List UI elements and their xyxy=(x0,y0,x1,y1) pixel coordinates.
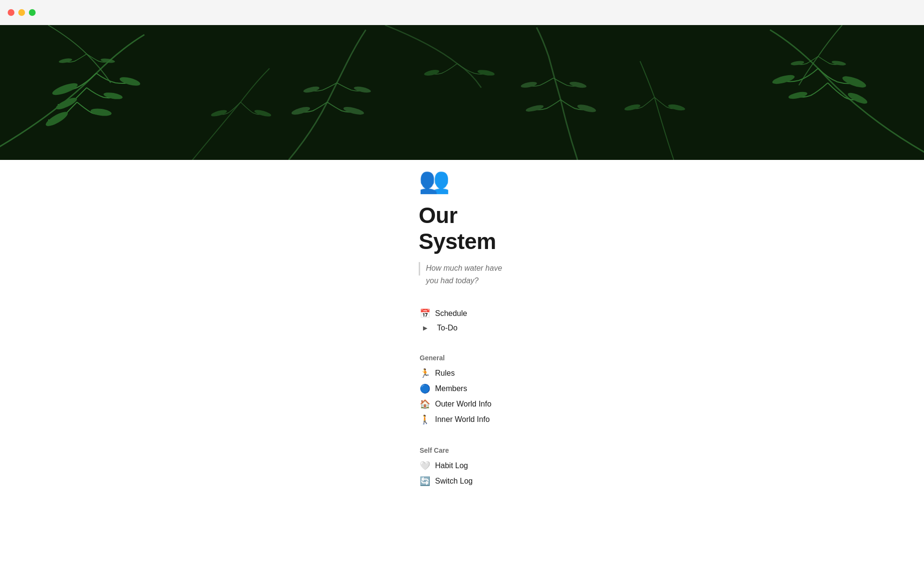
page-icon: 👥 xyxy=(419,166,450,194)
close-button[interactable] xyxy=(8,9,14,16)
calendar-icon: 📅 xyxy=(420,308,430,319)
selfcare-section: Self Care 🤍 Habit Log 🔄 Switch Log xyxy=(419,447,505,489)
maximize-button[interactable] xyxy=(29,9,36,16)
inner-world-info-label: Inner World Info xyxy=(435,415,490,424)
svg-rect-0 xyxy=(0,25,924,160)
schedule-label: Schedule xyxy=(435,309,467,318)
rules-label: Rules xyxy=(435,369,455,378)
members-icon: 🔵 xyxy=(420,383,430,394)
todo-item[interactable]: ▶ To-Do xyxy=(419,321,505,335)
rules-item[interactable]: 🏃 Rules xyxy=(419,366,505,381)
habit-log-item[interactable]: 🤍 Habit Log xyxy=(419,458,505,473)
members-item[interactable]: 🔵 Members xyxy=(419,381,505,396)
heart-icon: 🤍 xyxy=(420,460,430,471)
inner-world-icon: 🚶 xyxy=(420,414,430,425)
switch-log-item[interactable]: 🔄 Switch Log xyxy=(419,473,505,489)
outer-world-info-label: Outer World Info xyxy=(435,400,491,408)
rules-icon: 🏃 xyxy=(420,368,430,379)
schedule-item[interactable]: 📅 Schedule xyxy=(419,306,505,321)
selfcare-section-label: Self Care xyxy=(419,447,505,454)
arrow-right-icon: ▶ xyxy=(420,325,430,331)
page-title: Our System xyxy=(419,202,505,254)
inner-world-info-item[interactable]: 🚶 Inner World Info xyxy=(419,412,505,427)
habit-log-label: Habit Log xyxy=(435,461,468,470)
fern-background xyxy=(0,25,924,160)
page-tagline: How much water have you had today? xyxy=(419,262,505,287)
outer-world-info-item[interactable]: 🏠 Outer World Info xyxy=(419,396,505,412)
top-section: 📅 Schedule ▶ To-Do xyxy=(419,306,505,335)
general-section: General 🏃 Rules 🔵 Members 🏠 Outer World … xyxy=(419,354,505,427)
minimize-button[interactable] xyxy=(18,9,25,16)
outer-world-icon: 🏠 xyxy=(420,399,430,409)
general-section-label: General xyxy=(419,354,505,362)
switch-icon: 🔄 xyxy=(420,476,430,486)
page-content: 👥 Our System How much water have you had… xyxy=(245,160,679,489)
page-wrapper: 👥 Our System How much water have you had… xyxy=(0,25,924,489)
todo-label: To-Do xyxy=(437,324,458,332)
hero-banner xyxy=(0,25,924,160)
tagline-bar xyxy=(419,262,420,276)
switch-log-label: Switch Log xyxy=(435,477,473,486)
titlebar xyxy=(0,0,924,25)
page-icon-area: 👥 xyxy=(419,160,505,197)
tagline-text: How much water have you had today? xyxy=(426,262,505,287)
members-label: Members xyxy=(435,384,467,393)
